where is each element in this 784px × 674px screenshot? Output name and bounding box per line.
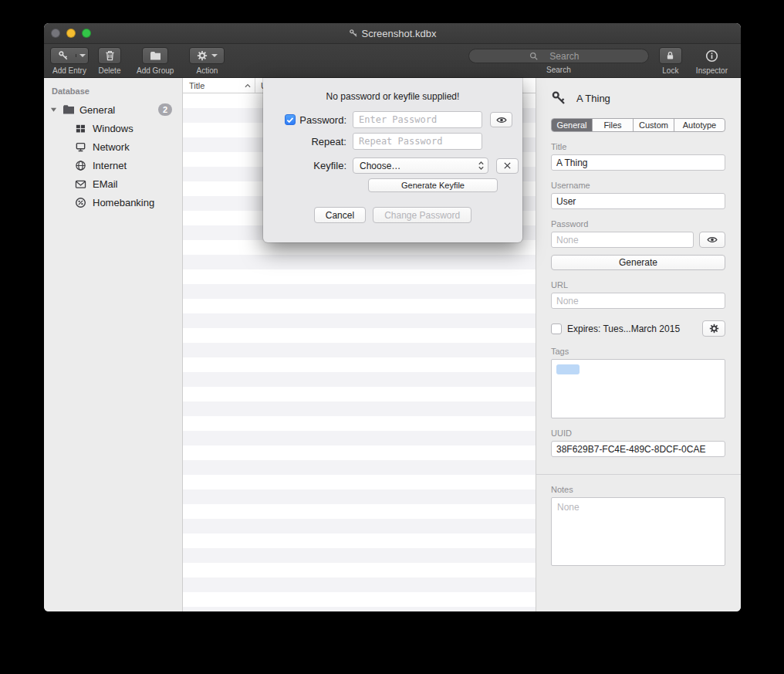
traffic-lights [51, 29, 91, 38]
sidebar-item-internet[interactable]: Internet [44, 156, 182, 174]
sidebar-item-homebanking[interactable]: Homebanking [44, 193, 182, 212]
inspector-label: Inspector [696, 66, 728, 75]
inspector-divider [536, 474, 741, 475]
notes-field[interactable]: None [551, 497, 725, 566]
tab-general[interactable]: General [552, 119, 593, 131]
chevron-down-icon [211, 54, 218, 57]
change-password-button[interactable]: Change Password [373, 207, 471, 223]
cancel-button[interactable]: Cancel [314, 207, 366, 223]
trash-icon [105, 50, 115, 61]
title-field[interactable] [551, 154, 725, 171]
gear-icon [709, 323, 719, 334]
chevron-down-icon [79, 54, 86, 57]
gear-icon [197, 50, 208, 61]
expires-label: Expires: Tues...March 2015 [567, 323, 680, 334]
inspector-button[interactable] [700, 47, 723, 64]
info-icon [705, 49, 718, 63]
lock-button[interactable] [659, 47, 682, 64]
sidebar: Database General 2 [44, 78, 183, 611]
magnifier-icon [529, 52, 538, 60]
add-entry-dropdown[interactable] [76, 54, 88, 57]
expires-settings-button[interactable] [702, 320, 725, 337]
reveal-password-button[interactable] [490, 112, 512, 127]
search-field[interactable] [468, 49, 649, 63]
toolbar: Add Entry Delete Add Group [44, 44, 741, 78]
tags-box[interactable] [551, 359, 725, 418]
password-field[interactable] [551, 232, 694, 248]
folder-icon [63, 104, 75, 115]
tab-autotype[interactable]: Autotype [674, 119, 725, 131]
inspector-panel: A Thing General Files Custom Autotype Ti… [536, 78, 741, 611]
window-title-group: Screenshot.kdbx [349, 28, 437, 39]
repeat-password-field[interactable] [353, 133, 482, 150]
tab-custom[interactable]: Custom [634, 119, 674, 131]
notes-label: Notes [551, 485, 725, 494]
add-entry-button[interactable] [50, 47, 89, 64]
zoom-button[interactable] [82, 29, 91, 38]
title-field-label: Title [551, 142, 725, 151]
envelope-icon [75, 179, 86, 189]
reveal-password-button[interactable] [699, 232, 725, 248]
username-field[interactable] [551, 193, 725, 209]
username-field-label: Username [551, 181, 725, 190]
search-label: Search [546, 66, 571, 74]
lock-label: Lock [662, 66, 678, 75]
action-button[interactable] [189, 47, 225, 64]
folder-icon [150, 51, 161, 61]
add-group-button[interactable] [142, 47, 168, 64]
app-window: Screenshot.kdbx Add Entry [44, 23, 741, 611]
eye-icon [495, 116, 508, 124]
notes-placeholder: None [557, 502, 580, 513]
lock-icon [665, 50, 675, 61]
sidebar-group-general[interactable]: General 2 [44, 100, 182, 119]
tab-files[interactable]: Files [593, 119, 634, 131]
column-header-title[interactable]: Title [183, 78, 255, 93]
sidebar-item-label: Internet [93, 160, 127, 171]
x-icon [503, 161, 512, 170]
close-button[interactable] [51, 29, 60, 38]
keyfile-label: Keyfile: [313, 160, 346, 171]
key-icon [551, 90, 566, 106]
sidebar-group-label: General [79, 104, 115, 116]
window-title: Screenshot.kdbx [362, 28, 437, 39]
search-input[interactable] [541, 51, 587, 62]
dialog-message: No password or keyfile supplied! [263, 78, 522, 102]
delete-button[interactable] [98, 47, 121, 64]
add-group-label: Add Group [137, 66, 174, 75]
uuid-field[interactable] [551, 441, 725, 457]
popup-arrows-icon [478, 161, 485, 171]
minimize-button[interactable] [66, 29, 76, 38]
sidebar-item-label: EMail [93, 178, 118, 190]
url-field[interactable] [551, 293, 725, 309]
generate-password-button[interactable]: Generate [551, 255, 725, 270]
add-entry-label: Add Entry [52, 66, 86, 75]
expires-checkbox[interactable] [551, 323, 562, 334]
keyfile-popup[interactable]: Choose… [353, 157, 488, 174]
windows-icon [75, 123, 86, 134]
eye-icon [706, 235, 718, 244]
inspector-tabs: General Files Custom Autotype [551, 118, 725, 132]
uuid-label: UUID [551, 428, 725, 438]
keyfile-popup-value: Choose… [360, 161, 400, 171]
tag-token[interactable] [556, 364, 580, 374]
sidebar-item-email[interactable]: EMail [44, 174, 182, 193]
entry-header: A Thing [551, 90, 725, 106]
disclosure-triangle-icon[interactable] [50, 107, 57, 113]
delete-label: Delete [99, 66, 121, 75]
password-label: Password: [299, 114, 346, 126]
sidebar-item-network[interactable]: Network [44, 137, 182, 156]
password-checkbox[interactable] [285, 114, 296, 125]
document-icon [349, 29, 358, 38]
action-label: Action [196, 66, 218, 75]
clear-keyfile-button[interactable] [496, 158, 519, 174]
sidebar-item-label: Homebanking [93, 197, 154, 208]
sidebar-item-windows[interactable]: Windows [44, 119, 182, 137]
generate-keyfile-button[interactable]: Generate Keyfile [368, 178, 498, 192]
enter-password-field[interactable] [353, 111, 482, 128]
globe-icon [75, 160, 86, 171]
change-password-dialog: No password or keyfile supplied! Passwor… [263, 78, 522, 242]
url-field-label: URL [551, 280, 725, 290]
entry-count-badge: 2 [158, 103, 172, 116]
network-icon [75, 141, 86, 153]
sidebar-section-header: Database [44, 83, 182, 100]
